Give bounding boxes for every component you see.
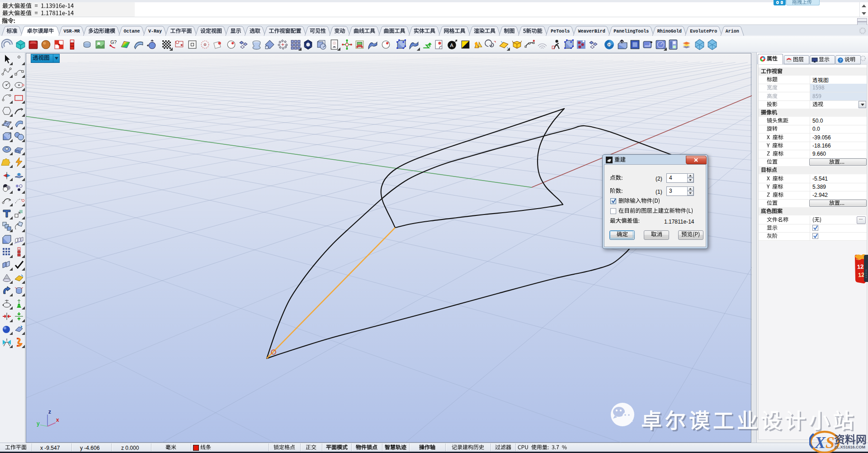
svg-text:Arion: Arion [726,29,739,34]
svg-text:S: S [826,434,835,452]
svg-text:A: A [450,43,453,48]
svg-text:z: z [48,409,51,415]
svg-text:y: y [37,420,40,427]
svg-text:WeaverBird: WeaverBird [578,29,605,34]
svg-text:V-Ray: V-Ray [148,29,162,34]
svg-text:?: ? [840,58,842,62]
svg-text:G?: G? [110,40,117,45]
svg-text:RhinoGold: RhinoGold [657,29,682,34]
svg-text:X: X [814,434,826,452]
svg-text:ZL.XS1616.COM: ZL.XS1616.COM [834,445,865,449]
svg-text:PeTools: PeTools [551,29,570,34]
svg-text:H: H [608,43,610,47]
svg-text:PanelingTools: PanelingTools [613,29,649,34]
svg-text:Octane: Octane [124,29,140,34]
svg-text:12: 12 [857,263,863,270]
svg-text:x: x [56,417,59,423]
svg-text:EvolutePro: EvolutePro [690,29,717,34]
svg-text:VSR-MR: VSR-MR [64,29,80,34]
